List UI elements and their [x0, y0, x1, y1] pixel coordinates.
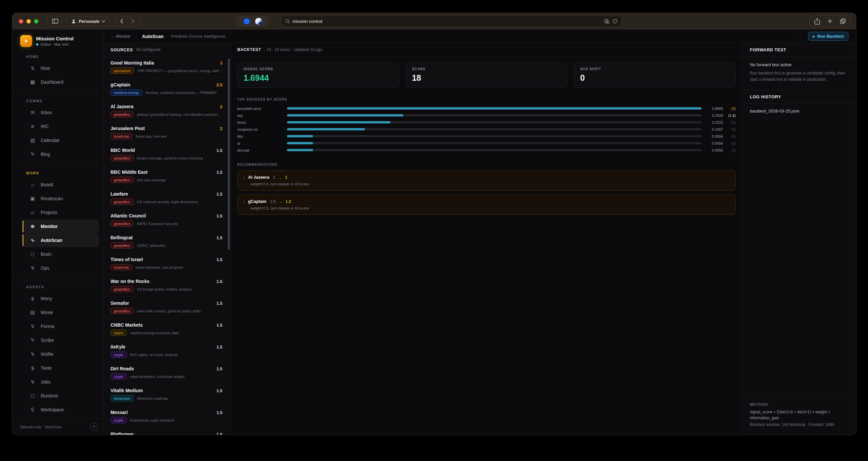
fullscreen-window-button[interactable] [34, 19, 38, 24]
sidebar-item[interactable]: ↯ Now [23, 61, 99, 75]
forward-button[interactable] [127, 17, 138, 26]
bar-fill [287, 149, 313, 151]
method-formula: signal_score = Σ(tier1×3 + tier2×1) × we… [750, 409, 848, 421]
source-name: Lawfare [111, 191, 128, 196]
bar-fill [287, 121, 391, 123]
bar-value: 0.2222 [706, 120, 723, 124]
source-row[interactable]: Atlantic Council 1.5 geopolitics NATO, E… [104, 210, 231, 231]
source-row[interactable]: War on the Rocks 1.5 geopolitics US fore… [104, 275, 231, 297]
sidebar-item[interactable]: ↯ Forma [23, 319, 99, 333]
source-description: broad coverage, good for cross-checking [137, 156, 203, 160]
sidebar-item[interactable]: ↯ Wolfie [23, 347, 99, 361]
sidebar-item[interactable]: ◻ Brain [23, 247, 99, 261]
scrollbar-thumb[interactable] [228, 59, 230, 250]
stat-card: SIGNAL SCORE 1.6944 [237, 63, 399, 88]
source-row[interactable]: Semafor 1.5 geopolitics news with contex… [104, 297, 231, 319]
source-row[interactable]: Messari 1.5 crypto institutional crypto … [104, 406, 231, 428]
source-row[interactable]: gCaptain 2.5 maritime-energy Hormuz, mar… [104, 79, 231, 100]
backtest-panel: BACKTEST · 7d · 18 scans · Updated 1d ag… [231, 43, 742, 435]
address-bar[interactable]: mission control [281, 16, 622, 27]
source-name: CNBC Markets [111, 322, 143, 328]
sidebar-item[interactable]: ▣ Routescan [23, 192, 99, 206]
new-tab-icon[interactable] [827, 19, 833, 24]
source-description: OSINT, attribution [137, 244, 166, 248]
minimize-window-button[interactable] [27, 19, 31, 24]
back-button[interactable] [117, 17, 127, 26]
building-icon: ⌂ [29, 182, 36, 188]
source-description: retail sentiment, contrarian angles [130, 375, 185, 378]
profile-label: Personale [79, 19, 99, 24]
sidebar-item[interactable]: ◻ Runtime [23, 389, 99, 403]
source-row[interactable]: CNBC Markets 1.5 macro market-moving eco… [104, 319, 231, 341]
reload-icon[interactable] [613, 19, 618, 24]
weight-to: 1.2 [286, 199, 291, 204]
search-icon [285, 19, 290, 24]
sidebar-item[interactable]: ▦ Dashboard [23, 75, 99, 89]
source-row[interactable]: BBC Middle East 1.5 geopolitics Iran war… [104, 166, 231, 188]
source-row[interactable]: Dirt Roads 1.5 crypto retail sentiment, … [104, 362, 231, 384]
source-row[interactable]: 0xKyle 1.5 crypto DeFi alpha, on-chain a… [104, 341, 231, 362]
bar-fill [287, 128, 365, 130]
source-row[interactable]: Good Morning Italia 3 permanent TOP PRIO… [104, 57, 231, 79]
source-row-top: CNBC Markets 1.5 [111, 322, 222, 328]
method-section: METHOD signal_score = Σ(tier1×3 + tier2×… [742, 397, 856, 435]
status-text: Online · Mac mini [40, 42, 69, 46]
source-name: gCaptain [111, 82, 130, 87]
sidebar-item[interactable]: ∿ AutoScan [23, 233, 99, 247]
log-file-item[interactable]: backtest_2026-03-25.json [742, 103, 856, 119]
sidebar-item[interactable]: $ Taxie [23, 361, 99, 375]
sidebar-item[interactable]: ↯ Ops [23, 261, 99, 275]
sidebar-item[interactable]: ▱ Projects [23, 206, 99, 219]
source-row-top: Platformer 1.5 [111, 432, 222, 435]
recommendation-card[interactable]: ↓ gCaptain 2.5 → 1.2 weight=2.5, zero si… [237, 194, 736, 215]
source-row[interactable]: Platformer 1.5 [104, 428, 231, 435]
sidebar-item[interactable]: ≋ IRC [23, 120, 99, 133]
recommendation-card[interactable]: ↓ Al Jazeera 2 → 1 weight=2.0, zero sign… [237, 171, 736, 191]
bar-value: 0.8889 [706, 106, 723, 111]
share-icon[interactable] [814, 18, 820, 25]
sidebar-item[interactable]: ▤ Moxie [23, 305, 99, 319]
sidebar-item[interactable]: ⌂ Board [23, 178, 99, 192]
sidebar-item-label: IRC [41, 124, 49, 129]
source-row[interactable]: Lawfare 1.5 geopolitics US national secu… [104, 188, 231, 210]
source-row[interactable]: BBC World 1.5 geopolitics broad coverage… [104, 144, 231, 166]
source-row[interactable]: Bellingcat 1.5 geopolitics OSINT, attrib… [104, 231, 231, 253]
source-row[interactable]: Times of Israel 1.5 israel-iran Israel d… [104, 253, 231, 275]
source-score: 1.5 [216, 410, 222, 415]
stat-card: SCANS 18 [406, 63, 567, 88]
help-button[interactable]: ? [90, 423, 98, 431]
sidebar-section-label: AGENTS [12, 283, 103, 291]
sidebar-section: COMMS ✉ Inbox ≋ IRC [12, 94, 103, 164]
source-row[interactable]: Jerusalem Post 2 israel-iran Israel ops,… [104, 122, 231, 144]
recommendation-header: ↓ Al Jazeera 2 → 1 [243, 175, 730, 180]
sidebar-section: WORK ⌂ Board ▣ Routescan [12, 166, 103, 278]
bar-value: 0.0556 [706, 148, 723, 152]
sidebar-item[interactable]: ↯ Jobs [23, 375, 99, 389]
privacy-extension-icon[interactable] [255, 18, 262, 25]
app-name: Mission Control [36, 36, 73, 41]
sidebar-item[interactable]: ✉ Inbox [23, 105, 99, 120]
profile-switcher[interactable]: Personale [66, 16, 110, 27]
app-identity: Mission Control Online · Mac mini [36, 36, 73, 46]
source-description: market-moving economic data [130, 331, 179, 335]
sidebar-item[interactable]: ⚲ Workspace [23, 403, 99, 417]
password-manager-extension-icon[interactable] [243, 18, 250, 25]
sidebar-item[interactable]: $ Mony [23, 291, 99, 305]
tab-overview-icon[interactable] [840, 18, 846, 24]
edit-icon: ✎ [29, 151, 36, 157]
bar-fill [287, 107, 702, 110]
sidebar-item[interactable]: ▤ Calendar [23, 133, 99, 147]
lightning-icon [23, 38, 29, 44]
translate-icon[interactable] [604, 19, 609, 24]
source-row[interactable]: Al Jazeera 2 geopolitics primary geopoli… [104, 100, 231, 122]
source-row-top: Al Jazeera 2 [111, 104, 222, 109]
sidebar-item[interactable]: ⊕ Monitor [23, 219, 99, 233]
sidebar-item[interactable]: ✎ Scribe [23, 333, 99, 347]
run-backtest-button[interactable]: ▶ Run Backtest [808, 32, 848, 41]
close-window-button[interactable] [19, 19, 23, 24]
sidebar-toggle-button[interactable] [48, 16, 62, 27]
sidebar-item[interactable]: ✎ Blog [23, 147, 99, 161]
back-to-monitor-link[interactable]: ← Monitor [111, 34, 130, 39]
bulb-icon: ⚲ [29, 407, 36, 413]
source-row[interactable]: Vitalik Medium 1.5 blockchain Ethereum r… [104, 384, 231, 406]
